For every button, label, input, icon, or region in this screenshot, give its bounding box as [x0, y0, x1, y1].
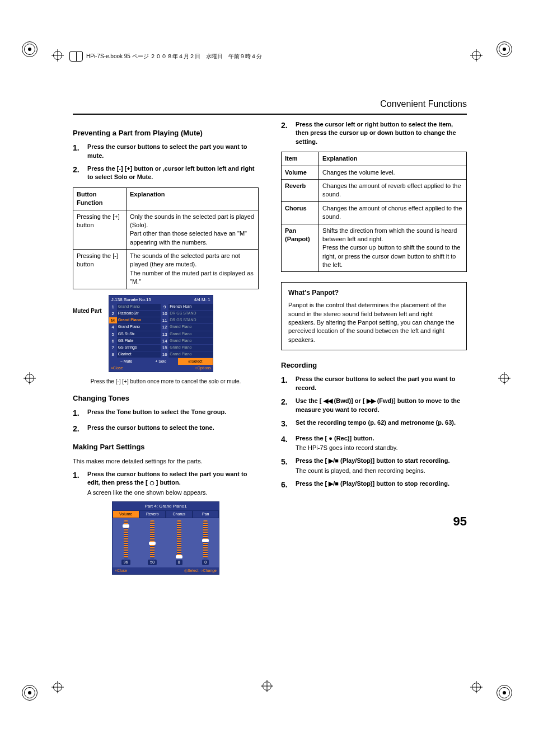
registration-mark-icon [497, 42, 512, 57]
header-text: HPi-7S-e.book 95 ページ ２００８年４月２日 水曜日 午前９時４… [86, 53, 263, 60]
panpot-infobox: What's Panpot? Panpot is the control tha… [281, 282, 467, 350]
registration-mark-icon [497, 685, 512, 700]
step-text: Press the cursor left or right button to… [296, 120, 467, 146]
crosshair-icon [24, 372, 36, 384]
part-settings-heading: Making Part Settings [73, 442, 259, 452]
muted-part-label: Muted Part [73, 307, 102, 315]
crosshair-icon [470, 49, 483, 62]
tones-heading: Changing Tones [73, 393, 259, 403]
part-settings-intro: This makes more detailed settings for th… [73, 457, 259, 466]
step-number: 2. [73, 165, 83, 182]
part-settings-screen: Part 4: Grand Piano1 Volume Reverb Choru… [112, 501, 219, 575]
crosshair-icon [261, 680, 273, 692]
crosshair-icon [51, 681, 64, 693]
print-header: HPi-7S-e.book 95 ページ ２００８年４月２日 水曜日 午前９時４… [69, 51, 464, 62]
step-text: Press the [-] [+] button or ,cursor left… [87, 165, 259, 182]
svg-point-0 [150, 481, 154, 485]
crosshair-icon [498, 372, 510, 384]
mute-table: Button FunctionExplanation Pressing the … [73, 187, 259, 289]
panpot-heading: What's Panpot? [288, 288, 460, 298]
section-title: Convenient Functions [73, 98, 467, 110]
settings-table: ItemExplanation VolumeChanges the volume… [281, 152, 467, 272]
registration-mark-icon [22, 685, 37, 700]
crosshair-icon [470, 681, 483, 693]
page-number: 95 [281, 513, 467, 530]
panpot-body: Panpot is the control that determines th… [288, 301, 460, 344]
registration-mark-icon [22, 42, 37, 57]
parts-screen: J-138 Sonate No.154/4 M: 1 1Grand Piano2… [109, 295, 213, 372]
book-icon [69, 51, 83, 62]
step-text: Press the cursor buttons to select the p… [87, 143, 259, 160]
recording-heading: Recording [281, 360, 467, 370]
divider [73, 114, 467, 115]
step-number: 1. [73, 143, 83, 160]
mute-caption: Press the [-] [+] button once more to ca… [73, 378, 259, 386]
circle-icon [149, 481, 154, 486]
mute-heading: Preventing a Part from Playing (Mute) [73, 128, 259, 138]
crosshair-icon [51, 49, 64, 62]
